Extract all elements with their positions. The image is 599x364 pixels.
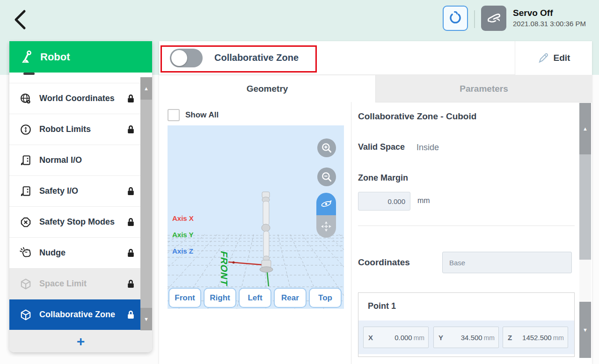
timestamp: 2021.08.31 3:00:36 PM: [513, 20, 586, 28]
sidebar-item-nudge[interactable]: Nudge: [9, 238, 140, 269]
sidebar-item-partial: [9, 73, 140, 83]
scroll-down-button[interactable]: ▼: [140, 308, 152, 330]
chevron-left-icon: [10, 7, 33, 32]
tool-gripper-button[interactable]: [443, 6, 468, 31]
pan-arrows-icon: [320, 220, 332, 233]
tab-parameters[interactable]: Parameters: [375, 75, 592, 102]
zoom-in-button[interactable]: [317, 138, 336, 157]
servo-status: Servo Off: [513, 8, 553, 18]
sidebar-item-robot-limits[interactable]: Robot Limits: [9, 114, 140, 145]
point-x-input[interactable]: X 0.000mm: [363, 327, 429, 348]
valid-space-value: Inside: [416, 143, 439, 153]
nudge-icon: [20, 247, 32, 259]
section-divider: [358, 226, 575, 226]
cube-icon: [20, 278, 32, 290]
view-front-button[interactable]: Front: [168, 288, 201, 308]
tab-bar: Geometry Parameters: [159, 75, 592, 102]
coordinates-input[interactable]: Base: [442, 252, 572, 273]
toggle-row: Collaborative Zone Edit: [159, 41, 592, 75]
zone-margin-input[interactable]: 0.000: [358, 192, 410, 211]
tab-geometry[interactable]: Geometry: [159, 75, 375, 102]
cube-icon: [20, 309, 32, 321]
edit-label: Edit: [554, 53, 570, 63]
point-1-fields: X 0.000mm Y 34.500mm Z 1452.500mm: [358, 320, 574, 354]
sidebar-header-robot: Robot: [9, 41, 152, 73]
pane-divider: [351, 102, 351, 364]
show-all-checkbox[interactable]: [168, 109, 180, 121]
scroll-down-button[interactable]: ▼: [579, 302, 591, 358]
sidebar: Robot World Coordinates Robot Limits: [9, 41, 152, 352]
axis-z-label: Axis Z: [172, 247, 193, 255]
hand-guide-button[interactable]: [481, 6, 506, 31]
sidebar-item-safety-io[interactable]: Safety I/O: [9, 176, 140, 207]
topbar-divider: [474, 10, 475, 28]
details-scrollbar[interactable]: ▲ ▼: [579, 103, 591, 358]
zone-margin-unit: mm: [417, 197, 430, 205]
3d-viewer[interactable]: FRONT Axis X Axis Y Axis Z: [168, 125, 344, 309]
valid-space-label: Valid Space: [358, 142, 405, 152]
lock-icon: [127, 217, 135, 227]
zone-margin-label: Zone Margin: [358, 173, 408, 183]
hand-icon: [485, 9, 503, 27]
sidebar-item-normal-io[interactable]: Normal I/O: [9, 145, 140, 176]
toggle-knob: [171, 50, 187, 66]
point-y-input[interactable]: Y 34.500mm: [433, 327, 499, 348]
view-rear-button[interactable]: Rear: [274, 288, 307, 308]
io-icon: [20, 185, 32, 197]
collaborative-zone-toggle[interactable]: [170, 49, 203, 67]
lock-icon: [127, 94, 135, 103]
lock-icon: [127, 124, 135, 134]
robot-limits-icon: [20, 124, 32, 136]
plus-icon: +: [77, 334, 85, 349]
axis-x-label: Axis X: [172, 214, 194, 222]
sidebar-scrollbar[interactable]: ▲ ▼: [140, 77, 152, 330]
orbit-icon: [320, 198, 332, 210]
coordinates-label: Coordinates: [358, 257, 410, 268]
sidebar-item-space-limit[interactable]: Space Limit: [9, 269, 140, 299]
geometry-content: Show All: [159, 102, 592, 364]
edit-button[interactable]: Edit: [515, 41, 592, 75]
view-control[interactable]: [316, 193, 336, 238]
lock-icon: [127, 279, 135, 289]
sidebar-item-world-coordinates[interactable]: World Coordinates: [9, 83, 140, 114]
point-1-title: Point 1: [368, 301, 396, 311]
toggle-label: Collaborative Zone: [214, 52, 299, 63]
show-all-label: Show All: [185, 110, 219, 120]
robot-icon: [20, 50, 34, 64]
sidebar-item-collaborative-zone[interactable]: Collaborative Zone: [9, 299, 140, 330]
lock-icon: [127, 186, 135, 196]
zoom-in-icon: [321, 142, 333, 154]
view-right-button[interactable]: Right: [204, 288, 236, 308]
world-coordinates-icon: [20, 93, 32, 105]
pan-mode-button[interactable]: [316, 215, 336, 238]
gripper-icon: [447, 10, 464, 27]
axis-y-label: Axis Y: [172, 231, 194, 239]
sidebar-title: Robot: [40, 51, 70, 63]
robot-model: [228, 191, 294, 289]
scroll-up-button[interactable]: ▲: [579, 103, 591, 154]
lock-icon: [127, 248, 135, 258]
view-left-button[interactable]: Left: [239, 288, 271, 308]
add-menu-button[interactable]: +: [9, 330, 152, 352]
lock-icon: [127, 310, 135, 320]
pencil-icon: [537, 52, 549, 64]
point-1-section: Point 1 X 0.000mm Y 34.500mm Z 1452.500m…: [358, 292, 575, 357]
stop-modes-icon: [20, 216, 32, 228]
main-panel: Collaborative Zone Edit Geometry Paramet…: [159, 41, 592, 364]
zone-type-title: Collaborative Zone - Cuboid: [358, 111, 476, 122]
front-marker-label: FRONT: [219, 250, 229, 287]
cutoff-icon: [23, 73, 35, 75]
scrollbar-thumb[interactable]: [579, 154, 591, 260]
back-button[interactable]: [10, 7, 33, 32]
point-z-input[interactable]: Z 1452.500mm: [503, 327, 568, 348]
sidebar-item-safety-stop-modes[interactable]: Safety Stop Modes: [9, 207, 140, 238]
zoom-out-icon: [321, 171, 333, 183]
rotate-mode-button[interactable]: [316, 193, 336, 215]
scroll-up-button[interactable]: ▲: [140, 77, 152, 100]
view-top-button[interactable]: Top: [309, 288, 342, 308]
io-icon: [20, 154, 32, 167]
zoom-out-button[interactable]: [317, 167, 336, 186]
